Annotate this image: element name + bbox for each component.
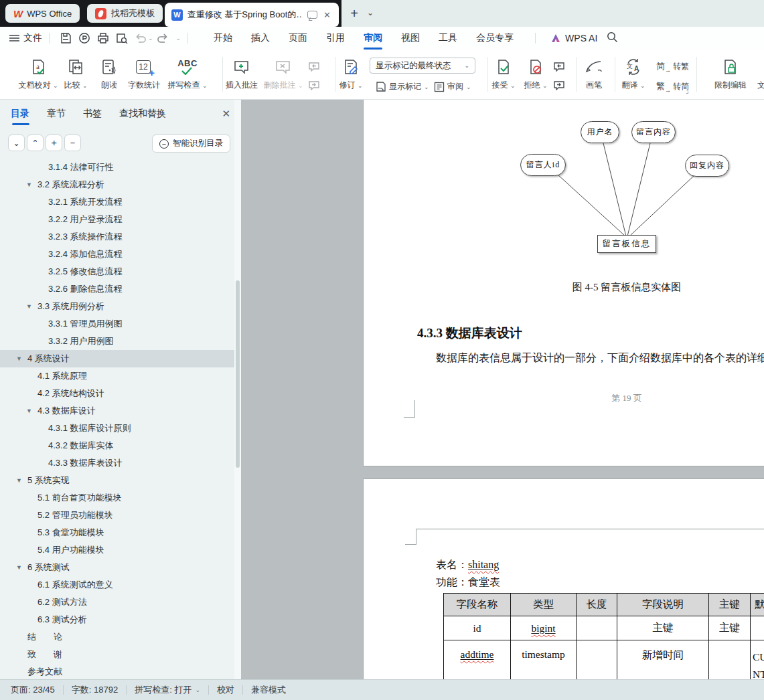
toc-item[interactable]: 6.2 测试方法: [0, 594, 234, 611]
show-markup-button[interactable]: 显示标记⌄: [375, 81, 429, 92]
menu-tab-工具[interactable]: 工具: [429, 28, 467, 48]
wps-ai-button[interactable]: WPS AI: [550, 33, 597, 43]
toc-previous-heading-button[interactable]: ⌃: [27, 135, 44, 151]
tab-docer-templates[interactable]: 找稻壳模板: [87, 4, 163, 23]
menu-tab-审阅[interactable]: 审阅: [354, 28, 392, 48]
document-page-20[interactable]: 表名：shitang 功能：食堂表 字段名称类型长度字段说明主键默认值 idbi…: [363, 478, 764, 679]
comment-bubble-icon[interactable]: [307, 11, 317, 19]
toc-item[interactable]: 3.2.2 用户登录流程: [0, 211, 234, 228]
toc-item[interactable]: 4.3.2 数据库实体: [0, 437, 234, 454]
export-pdf-icon[interactable]: [76, 30, 93, 46]
close-tab-icon[interactable]: ✕: [322, 10, 332, 20]
spell-check-button[interactable]: ABC 拼写检查 ⌄: [164, 56, 211, 91]
toc-item[interactable]: 4.2 系统结构设计: [0, 385, 234, 402]
collapse-triangle-icon[interactable]: ▼: [26, 176, 32, 193]
toc-item[interactable]: 6.1 系统测试的意义: [0, 576, 234, 594]
menu-tab-会员专享[interactable]: 会员专享: [467, 28, 523, 48]
sidebar-tab-find-replace[interactable]: 查找和替换: [119, 108, 166, 125]
toc-item[interactable]: ▼6 系统测试: [0, 559, 234, 576]
previous-change-icon[interactable]: [552, 59, 566, 74]
translate-button[interactable]: 文A 翻译 ⌄: [613, 56, 654, 91]
sidebar-tab-toc[interactable]: 目录: [11, 108, 29, 125]
toc-item[interactable]: 5.4 用户功能模块: [0, 541, 234, 559]
menu-tab-插入[interactable]: 插入: [242, 28, 279, 48]
toc-item[interactable]: 6.3 测试分析: [0, 611, 234, 628]
menu-tab-页面[interactable]: 页面: [279, 28, 317, 48]
toc-item[interactable]: 3.2.1 系统开发流程: [0, 193, 234, 211]
toc-item[interactable]: ▼4 系统设计: [0, 350, 234, 367]
trad-to-simp-button[interactable]: 繁→ 转简: [656, 80, 689, 92]
sidebar-scrollbar-thumb[interactable]: [236, 280, 240, 468]
sidebar-tab-bookmarks[interactable]: 书签: [83, 108, 102, 125]
tab-wps-office[interactable]: W WPS Office: [5, 4, 80, 23]
smart-toc-button[interactable]: 智能识别目录: [152, 135, 230, 153]
toc-item[interactable]: ▼3.2 系统流程分析: [0, 176, 234, 193]
tab-active-document[interactable]: W 查重修改 基于Spring Boot的… ✕: [165, 3, 339, 27]
search-icon[interactable]: [607, 31, 618, 46]
markup-state-select[interactable]: 显示标记的最终状态 ⌄: [370, 58, 475, 74]
toc-item[interactable]: 3.2.5 修改信息流程: [0, 263, 234, 280]
toc-item[interactable]: 3.3.2 用户用例图: [0, 333, 234, 350]
collapse-triangle-icon[interactable]: ▼: [16, 559, 22, 576]
status-compatibility-mode[interactable]: 兼容模式: [251, 684, 286, 696]
collapse-triangle-icon[interactable]: ▼: [26, 402, 32, 420]
reject-change-button[interactable]: 拒绝 ⌄: [516, 56, 556, 91]
toc-item[interactable]: 3.1.4 法律可行性: [0, 159, 234, 176]
save-icon[interactable]: [57, 30, 74, 46]
previous-comment-icon[interactable]: [307, 59, 321, 74]
collapse-triangle-icon[interactable]: ▼: [16, 472, 22, 489]
toc-item[interactable]: 结 论: [0, 628, 234, 646]
doc-proof-button[interactable]: a 文档校对 ⌄: [15, 56, 62, 91]
toc-item[interactable]: 参考文献: [0, 663, 234, 679]
close-sidebar-icon[interactable]: ✕: [222, 108, 230, 120]
toc-item[interactable]: ▼4.3 数据库设计: [0, 402, 234, 420]
toc-item[interactable]: 4.1 系统原理: [0, 367, 234, 385]
toc-item[interactable]: 3.2.6 删除信息流程: [0, 280, 234, 298]
print-preview-icon[interactable]: [113, 30, 131, 46]
collapse-triangle-icon[interactable]: ▼: [26, 298, 32, 315]
status-proofread[interactable]: 校对: [217, 684, 234, 696]
sidebar-tab-chapters[interactable]: 章节: [47, 108, 66, 125]
track-changes-button[interactable]: 修订 ⌄: [329, 56, 372, 91]
toc-item[interactable]: 5.1 前台首页功能模块: [0, 489, 234, 507]
simp-to-trad-button[interactable]: 简→ 转繁: [656, 60, 689, 72]
toc-item[interactable]: 4.3.3 数据库表设计: [0, 454, 234, 472]
status-word-count[interactable]: 字数: 18792: [72, 684, 118, 696]
status-page-indicator[interactable]: 页面: 23/45: [11, 684, 55, 696]
next-change-icon[interactable]: [552, 78, 566, 92]
file-menu[interactable]: 文件: [9, 32, 42, 44]
quick-access-chevron-icon[interactable]: ⌄: [176, 35, 181, 41]
menu-tab-开始[interactable]: 开始: [204, 28, 242, 48]
toc-item[interactable]: 5.2 管理员功能模块: [0, 507, 234, 524]
redo-icon[interactable]: [154, 30, 171, 46]
toc-item[interactable]: 3.3.1 管理员用例图: [0, 315, 234, 333]
toc-item[interactable]: 3.2.4 添加信息流程: [0, 246, 234, 263]
restrict-edit-button[interactable]: 限制编辑: [708, 56, 753, 91]
toc-collapse-button[interactable]: －: [64, 135, 81, 151]
sidebar-scrollbar[interactable]: [234, 100, 241, 679]
menu-tab-引用[interactable]: 引用: [317, 28, 354, 48]
review-pane-button[interactable]: 审阅⌄: [434, 81, 471, 92]
next-comment-icon[interactable]: [307, 78, 321, 92]
toc-item[interactable]: 4.3.1 数据库设计原则: [0, 420, 234, 437]
ink-pen-button[interactable]: 画笔: [574, 56, 614, 91]
new-tab-button[interactable]: +: [346, 5, 363, 21]
encrypt-doc-button[interactable]: 文档加密: [751, 56, 764, 91]
toc-item[interactable]: ▼5 系统实现: [0, 472, 234, 489]
menu-tab-视图[interactable]: 视图: [392, 28, 429, 48]
collapse-triangle-icon[interactable]: ▼: [16, 350, 22, 367]
document-page-19[interactable]: 留言人id 用户名 留言内容 回复内容 留言板信息 图 4-5 留言板信息实体图…: [363, 100, 764, 466]
status-spell-check[interactable]: 拼写检查: 打开⌄: [135, 684, 200, 696]
toc-item[interactable]: 致 谢: [0, 646, 234, 663]
document-canvas[interactable]: 留言人id 用户名 留言内容 回复内容 留言板信息 图 4-5 留言板信息实体图…: [241, 100, 764, 679]
word-count-button[interactable]: 12 + 字数统计: [122, 56, 166, 91]
toc-expand-button[interactable]: ＋: [46, 135, 62, 151]
insert-comment-button[interactable]: 插入批注: [220, 56, 264, 91]
toc-item[interactable]: 3.2.3 系统操作流程: [0, 228, 234, 246]
toc-item[interactable]: 5.3 食堂功能模块: [0, 524, 234, 541]
compare-button[interactable]: 比较 ⌄: [56, 56, 96, 91]
group-dialog-launcher-icon[interactable]: ⌟: [686, 87, 689, 94]
toc-item[interactable]: ▼3.3 系统用例分析: [0, 298, 234, 315]
tab-list-chevron-icon[interactable]: ⌄: [367, 8, 374, 17]
print-icon[interactable]: [94, 30, 112, 46]
